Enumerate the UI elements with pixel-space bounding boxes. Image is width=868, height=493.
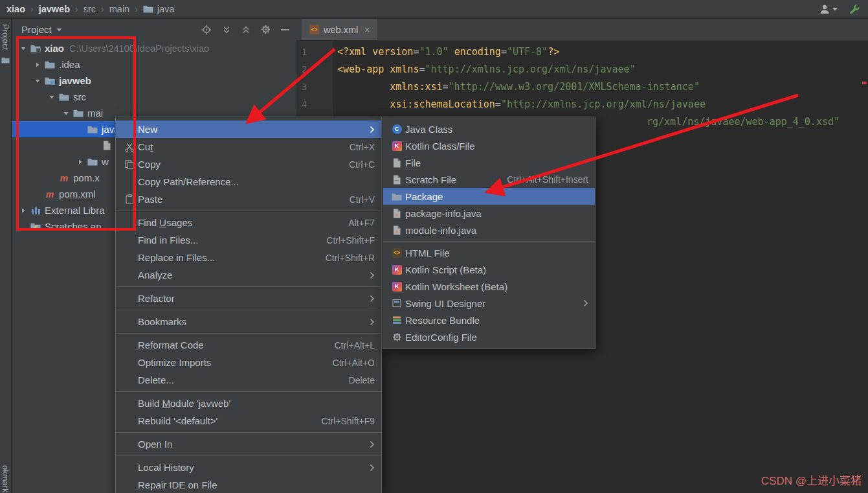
chevron-down-icon[interactable] [32, 78, 43, 84]
breadcrumb-item-main[interactable]: main [109, 4, 129, 14]
menu-item-label: package-info.java [405, 208, 482, 219]
menu-item-java-class[interactable]: CJava Class [383, 120, 595, 137]
menu-item-analyze[interactable]: Analyze [116, 266, 381, 284]
java-file-icon [388, 209, 405, 218]
menu-item-rebuild-default[interactable]: Rebuild '<default>'Ctrl+Shift+F9 [116, 412, 381, 430]
menu-item-swing-ui-designer[interactable]: Swing UI Designer [383, 295, 595, 312]
maven-icon: m [58, 174, 71, 183]
menu-item-module-info-java[interactable]: module-info.java [383, 222, 595, 238]
chevron-down-icon[interactable] [60, 110, 72, 117]
swing-icon [388, 299, 405, 308]
menu-item-copy-path-reference[interactable]: Copy Path/Reference... [116, 173, 381, 190]
menu-item-replace-in-files[interactable]: Replace in Files...Ctrl+Shift+R [116, 249, 381, 266]
menu-item-shortcut: Ctrl+C [349, 159, 375, 170]
menu-item-package[interactable]: Package [383, 188, 595, 205]
breadcrumb-separator: › [75, 4, 78, 14]
menu-item-label: Refactor [138, 293, 175, 304]
tree-item-label: javweb [59, 75, 91, 86]
project-panel-header: Project [12, 19, 296, 40]
menu-item-resource-bundle[interactable]: Resource Bundle [383, 312, 595, 328]
kotlin-icon: K [388, 265, 405, 275]
expand-all-icon[interactable] [222, 25, 231, 34]
menu-item-package-info-java[interactable]: package-info.java [383, 205, 595, 222]
tree-item-javweb[interactable]: javweb [12, 73, 296, 89]
tree-item-label: .idea [59, 59, 80, 70]
submenu-arrow-icon [370, 271, 375, 279]
tab-web-xml[interactable]: <> web.xml × [302, 19, 377, 40]
paste-icon [121, 194, 138, 204]
line-number: 3 [296, 78, 333, 96]
menu-item-delete[interactable]: Delete...Delete [116, 371, 381, 389]
code-line: <web-app xmlns="http://xmlns.jcp.org/xml… [334, 61, 868, 78]
menu-item-editorconfig-file[interactable]: EditorConfig File [383, 328, 595, 345]
tool-button-project[interactable]: Project [1, 24, 10, 50]
menu-item-find-usages[interactable]: Find UsagesAlt+F7 [116, 214, 381, 231]
menu-item-repair-ide-on-file[interactable]: Repair IDE on File [116, 476, 381, 493]
menu-item-label: Kotlin Script (Beta) [405, 264, 486, 275]
menu-item-label: Build Module 'javweb' [138, 398, 230, 409]
breadcrumb-item-javweb[interactable]: javweb [39, 4, 70, 14]
menu-item-new[interactable]: New [116, 120, 381, 138]
library-icon [29, 206, 42, 215]
menu-item-label: Kotlin Worksheet (Beta) [405, 281, 507, 292]
tab-close-icon[interactable]: × [364, 25, 370, 35]
menu-item-find-in-files[interactable]: Find in Files...Ctrl+Shift+F [116, 231, 381, 249]
copy-icon [121, 160, 138, 169]
chevron-down-icon[interactable] [17, 45, 29, 52]
menu-item-kotlin-class-file[interactable]: KKotlin Class/File [383, 137, 595, 154]
menu-item-cut[interactable]: CutCtrl+X [116, 138, 381, 155]
scratches-icon [29, 222, 42, 231]
tool-button-bookmarks[interactable]: okmarks [1, 465, 10, 493]
menu-item-html-file[interactable]: <>HTML File [383, 244, 595, 261]
chevron-right-icon[interactable] [32, 62, 43, 68]
chevron-right-icon[interactable] [74, 159, 86, 165]
menu-item-label: Swing UI Designer [405, 298, 485, 309]
menu-separator [116, 211, 381, 211]
file-icon [100, 141, 113, 150]
collapse-all-icon[interactable] [241, 25, 250, 34]
code-line: <?xml version="1.0" encoding="UTF-8"?> [334, 43, 868, 61]
menu-item-reformat-code[interactable]: Reformat CodeCtrl+Alt+L [116, 336, 381, 354]
menu-item-shortcut: Ctrl+Alt+O [333, 358, 375, 368]
menu-item-refactor[interactable]: Refactor [116, 290, 381, 307]
breadcrumb-item-xiao[interactable]: xiao [6, 4, 25, 14]
hide-panel-icon[interactable] [281, 29, 289, 31]
user-account-icon[interactable] [819, 4, 838, 14]
menu-item-paste[interactable]: PasteCtrl+V [116, 190, 381, 208]
kotlin-icon: K [388, 282, 405, 292]
menu-separator [116, 432, 381, 433]
xml-file-icon: <> [309, 25, 319, 34]
tree-item-xiao[interactable]: xiaoC:\Users\24100\IdeaProjects\xiao [12, 40, 296, 56]
submenu-arrow-icon [370, 441, 375, 448]
folder-icon [86, 157, 99, 166]
menu-item-optimize-imports[interactable]: Optimize ImportsCtrl+Alt+O [116, 354, 381, 371]
menu-item-copy[interactable]: CopyCtrl+C [116, 155, 381, 173]
tree-item-src[interactable]: src [12, 89, 296, 105]
breadcrumb-item-src[interactable]: src [83, 4, 96, 14]
code-line: xmlns:xsi="http://www.w3.org/2001/XMLSch… [334, 78, 868, 96]
menu-item-open-in[interactable]: Open In [116, 435, 381, 453]
chevron-down-icon[interactable] [46, 94, 58, 100]
settings-gear-icon[interactable] [261, 25, 271, 34]
submenu-arrow-icon [370, 464, 375, 472]
menu-item-kotlin-worksheet-beta[interactable]: KKotlin Worksheet (Beta) [383, 278, 595, 295]
breadcrumb-item-java[interactable]: java [157, 4, 175, 14]
menu-item-file[interactable]: File [383, 154, 595, 171]
tree-item-idea[interactable]: .idea [12, 56, 296, 73]
maven-icon: m [43, 190, 56, 199]
menu-item-label: module-info.java [405, 225, 476, 236]
menu-item-scratch-file[interactable]: Scratch FileCtrl+Alt+Shift+Insert [383, 171, 595, 188]
menu-item-label: Repair IDE on File [138, 479, 217, 490]
bundle-icon [388, 315, 405, 325]
project-view-combo[interactable]: Project [21, 24, 62, 35]
breadcrumb-separator: › [135, 4, 138, 14]
editorconfig-icon [388, 332, 405, 342]
menu-item-build-module-javweb[interactable]: Build Module 'javweb' [116, 395, 381, 412]
chevron-right-icon[interactable] [17, 207, 29, 214]
menu-item-kotlin-script-beta[interactable]: KKotlin Script (Beta) [383, 261, 595, 278]
menu-item-bookmarks[interactable]: Bookmarks [116, 313, 381, 330]
locate-icon[interactable] [201, 25, 212, 35]
wrench-icon[interactable] [849, 3, 860, 14]
menu-item-local-history[interactable]: Local History [116, 459, 381, 476]
menu-item-shortcut: Ctrl+Shift+F9 [322, 416, 375, 426]
